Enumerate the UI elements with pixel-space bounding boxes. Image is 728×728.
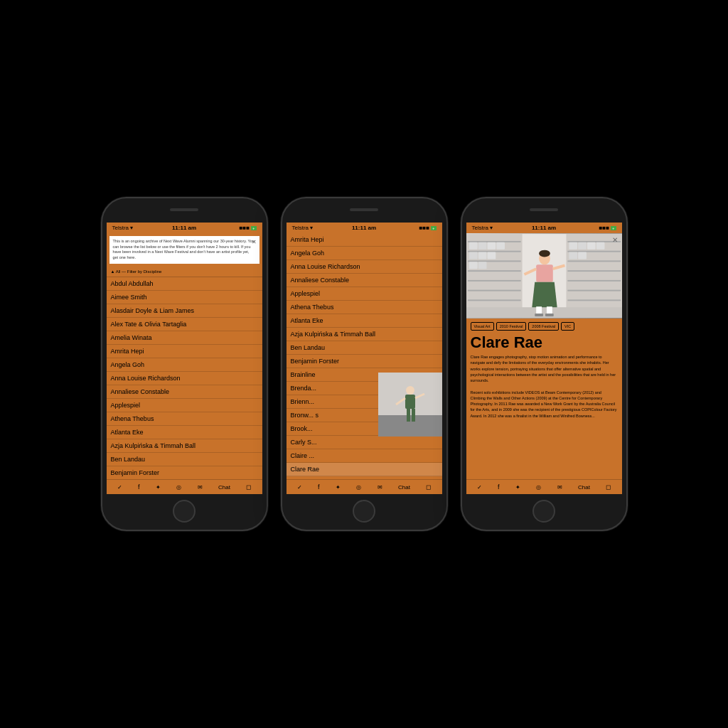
list-item[interactable]: Annaliese Constable (107, 385, 262, 399)
phone-1: Telstra ▾ 11:11 am ■■■ + This is an ongo… (101, 197, 268, 531)
status-carrier: Telstra ▾ (112, 225, 134, 231)
list-item[interactable]: Angela Goh (107, 358, 262, 372)
nav-email-icon[interactable]: ✉ (198, 484, 203, 491)
artist-detail-name: Clare Rae (466, 334, 622, 354)
nav-twitter-icon-2[interactable]: ✦ (336, 484, 341, 491)
phone-3-status-bar: Telstra ▾ 11:11 am ■■■ + (466, 223, 622, 233)
artist-bio: Clare Rae engages photography, stop moti… (466, 354, 622, 479)
phone-2-screen: Telstra ▾ 11:11 am ■■■ + Amrita Hepi Ang… (287, 223, 442, 494)
svg-point-6 (406, 386, 414, 395)
list-item[interactable]: Amrita Hepi (287, 233, 442, 247)
home-button-2[interactable] (353, 500, 375, 523)
list-item[interactable]: Ben Landau (287, 341, 442, 355)
list-item[interactable]: Benjamin Forster (107, 466, 262, 479)
svg-rect-20 (467, 299, 520, 301)
list-item[interactable]: Aimee Smith (107, 291, 262, 304)
filter-bar[interactable]: ▲ All — Filter by Discipline (107, 267, 262, 277)
chat-button-2[interactable]: Chat (398, 484, 410, 491)
thumbnail-overlay (378, 373, 442, 437)
list-item[interactable]: Athena Thebus (287, 301, 442, 314)
list-item[interactable]: Angela Goh (287, 247, 442, 260)
nav-message-icon-3[interactable]: ◻ (606, 483, 611, 491)
svg-rect-15 (467, 251, 520, 252)
svg-rect-40 (569, 242, 577, 250)
nav-instagram-icon-2[interactable]: ◎ (356, 484, 361, 491)
svg-rect-27 (478, 252, 486, 259)
nav-check-icon-2[interactable]: ✓ (297, 484, 302, 491)
nav-email-icon-2[interactable]: ✉ (378, 484, 382, 491)
list-item[interactable]: Anna Louise Richardson (287, 260, 442, 274)
status-battery: ■■■ + (239, 225, 256, 231)
status-time-3: 11:11 am (532, 225, 556, 231)
list-item-highlighted[interactable]: Clare Rae (287, 463, 442, 476)
svg-rect-19 (467, 290, 520, 291)
svg-rect-38 (567, 299, 621, 301)
list-item[interactable]: Applespiel (287, 287, 442, 301)
nav-message-icon[interactable]: ◻ (246, 483, 251, 491)
bottom-nav: ✓ f ✦ ◎ ✉ Chat ◻ (107, 479, 262, 494)
phone-1-screen: Telstra ▾ 11:11 am ■■■ + This is an ongo… (107, 223, 262, 494)
list-item[interactable]: Abdul Abdullah (107, 277, 262, 291)
svg-rect-36 (567, 280, 621, 282)
tag-vic[interactable]: VIC (561, 322, 574, 331)
nav-instagram-icon-3[interactable]: ◎ (536, 484, 541, 491)
list-item[interactable]: Ben Landau (107, 453, 262, 466)
list-item[interactable]: Anna Louise Richardson (107, 372, 262, 385)
status-time: 11:11 am (172, 225, 196, 231)
list-item[interactable]: Atlanta Eke (107, 426, 262, 439)
svg-rect-18 (467, 280, 520, 282)
home-button[interactable] (173, 500, 196, 523)
svg-rect-49 (536, 264, 553, 282)
phones-container: Telstra ▾ 11:11 am ■■■ + This is an ongo… (101, 197, 628, 531)
svg-rect-45 (578, 252, 587, 259)
list-item[interactable]: Counterpilot (287, 476, 442, 479)
list-item[interactable]: Amelia Winata (107, 331, 262, 345)
phone-3-speaker (530, 208, 558, 211)
svg-rect-8 (407, 409, 410, 422)
phone-2-status-bar: Telstra ▾ 11:11 am ■■■ + (287, 223, 442, 233)
nav-message-icon-2[interactable]: ◻ (426, 483, 431, 491)
list-item[interactable]: Amrita Hepi (107, 345, 262, 358)
list-item[interactable]: Benjamin Forster (287, 355, 442, 368)
home-button-3[interactable] (532, 500, 555, 523)
svg-rect-42 (587, 242, 595, 250)
list-item[interactable]: Athena Thebus (107, 412, 262, 426)
nav-facebook-icon[interactable]: f (138, 483, 140, 491)
nav-check-icon-3[interactable]: ✓ (477, 484, 482, 491)
tag-2010[interactable]: 2010 Festival (496, 322, 527, 331)
list-item[interactable]: Azja Kulpińska & Timmah Ball (107, 439, 262, 453)
list-item[interactable]: Claire ... (287, 449, 442, 463)
list-item[interactable]: Carly S... (287, 436, 442, 449)
artist-list: Abdul Abdullah Aimee Smith Alasdair Doyl… (107, 277, 262, 479)
chat-button-3[interactable]: Chat (578, 484, 590, 491)
info-text: This is an ongoing archive of Next Wave … (113, 239, 255, 259)
svg-rect-26 (469, 252, 477, 259)
nav-twitter-icon-3[interactable]: ✦ (515, 484, 520, 491)
chat-button[interactable]: Chat (218, 484, 230, 491)
list-item[interactable]: Alex Tate & Olivia Tartaglia (107, 318, 262, 331)
info-box: This is an ongoing archive of Next Wave … (109, 236, 259, 264)
svg-rect-43 (596, 242, 604, 250)
svg-point-48 (539, 250, 550, 257)
nav-facebook-icon-2[interactable]: f (318, 483, 320, 491)
tag-2008[interactable]: 2008 Festival (528, 322, 559, 331)
nav-instagram-icon[interactable]: ◎ (176, 484, 181, 491)
list-item[interactable]: Alasdair Doyle & Liam James (107, 304, 262, 318)
svg-rect-22 (469, 242, 477, 250)
nav-email-icon-3[interactable]: ✉ (557, 484, 562, 491)
nav-twitter-icon[interactable]: ✦ (156, 484, 161, 491)
detail-image-svg (466, 233, 622, 318)
list-item[interactable]: Azja Kulpińska & Timmah Ball (287, 328, 442, 341)
svg-rect-24 (487, 242, 496, 250)
svg-rect-7 (405, 395, 415, 409)
close-button[interactable]: ✕ (252, 238, 257, 246)
list-item[interactable]: Applespiel (107, 399, 262, 412)
list-item[interactable]: Annaliese Constable (287, 274, 442, 287)
bottom-nav-3: ✓ f ✦ ◎ ✉ Chat ◻ (466, 479, 622, 494)
close-button-detail[interactable]: ✕ (612, 236, 618, 244)
nav-facebook-icon-3[interactable]: f (498, 483, 500, 491)
tag-visual-art[interactable]: Visual Art (471, 322, 494, 331)
list-item[interactable]: Atlanta Eke (287, 314, 442, 328)
nav-check-icon[interactable]: ✓ (117, 484, 122, 491)
tag-row: Visual Art 2010 Festival 2008 Festival V… (466, 318, 622, 334)
